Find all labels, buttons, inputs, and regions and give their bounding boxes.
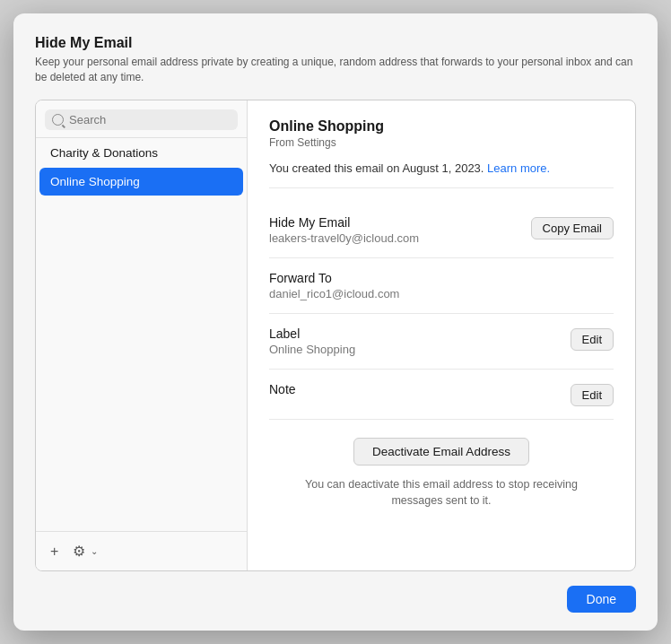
- learn-more-link[interactable]: Learn more.: [487, 161, 550, 175]
- label-field: Label Online Shopping: [269, 326, 355, 356]
- sidebar-footer: + ⚙︎ ⌄: [36, 531, 247, 570]
- search-icon: [52, 114, 64, 126]
- note-row: Note Edit: [269, 370, 614, 420]
- gear-chevron: ⌄: [91, 546, 98, 556]
- sidebar-item-charity[interactable]: Charity & Donations: [39, 139, 243, 167]
- note-edit-button[interactable]: Edit: [571, 384, 614, 406]
- main-content: Online Shopping From Settings You create…: [248, 100, 635, 570]
- modal-subtitle: Keep your personal email address private…: [35, 55, 636, 85]
- modal-title: Hide My Email: [35, 35, 636, 51]
- label-edit-button[interactable]: Edit: [571, 328, 614, 351]
- deactivate-section: Deactivate Email Address You can deactiv…: [269, 420, 614, 519]
- sidebar-item-online-shopping[interactable]: Online Shopping: [39, 168, 243, 196]
- modal-footer: Done: [35, 586, 636, 613]
- sidebar-list: Charity & Donations Online Shopping: [36, 138, 247, 531]
- deactivate-button[interactable]: Deactivate Email Address: [353, 438, 529, 466]
- hide-my-email-row: Hide My Email leakers-travel0y@icloud.co…: [269, 203, 614, 258]
- copy-email-button[interactable]: Copy Email: [531, 217, 614, 239]
- hide-my-email-field: Hide My Email leakers-travel0y@icloud.co…: [269, 215, 419, 245]
- modal-body: Charity & Donations Online Shopping + ⚙︎…: [35, 100, 636, 571]
- search-box[interactable]: [45, 109, 238, 130]
- done-button[interactable]: Done: [567, 586, 636, 613]
- modal-container: Hide My Email Keep your personal email a…: [13, 13, 658, 631]
- deactivate-hint: You can deactivate this email address to…: [305, 476, 578, 510]
- search-container: [36, 100, 247, 138]
- forward-to-row: Forward To daniel_rico1@icloud.com: [269, 258, 614, 314]
- label-row: Label Online Shopping Edit: [269, 314, 614, 370]
- add-button[interactable]: +: [47, 542, 62, 561]
- gear-button[interactable]: ⚙︎: [69, 541, 89, 561]
- detail-title: Online Shopping: [269, 118, 614, 135]
- created-info: You created this email on August 1, 2023…: [269, 161, 614, 188]
- forward-to-field: Forward To daniel_rico1@icloud.com: [269, 271, 399, 300]
- note-field: Note: [269, 382, 296, 398]
- modal-header: Hide My Email Keep your personal email a…: [35, 35, 636, 85]
- search-input[interactable]: [69, 113, 231, 126]
- gear-group: ⚙︎ ⌄: [69, 541, 98, 561]
- sidebar: Charity & Donations Online Shopping + ⚙︎…: [36, 100, 248, 570]
- detail-source: From Settings: [269, 136, 614, 149]
